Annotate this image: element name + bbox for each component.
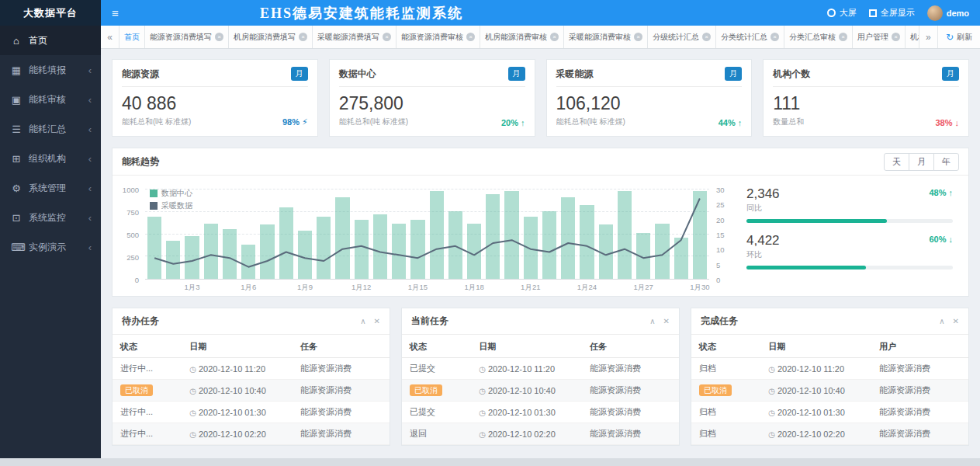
x-axis-tick-label: 1月21 xyxy=(521,283,540,293)
tab-close-icon[interactable]: × xyxy=(383,33,391,41)
tab-10[interactable]: 分类汇总审核× xyxy=(784,26,853,48)
trend-stat-value-block: 2,346同比 xyxy=(746,186,780,214)
table-row[interactable]: 进行中...◷2020-12-10 11:20能源资源消费 xyxy=(113,358,390,380)
tab-close-icon[interactable]: × xyxy=(466,33,475,41)
table-row[interactable]: 已取消◷2020-12-10 10:40能源资源消费 xyxy=(691,380,968,402)
stat-card-value: 40 886 xyxy=(122,93,191,114)
table-row[interactable]: 归档◷2020-12-10 02:20能源资源消费 xyxy=(691,423,968,445)
sidebar-item-demo-example[interactable]: ⌨实例演示‹ xyxy=(0,232,101,262)
user-menu[interactable]: demo xyxy=(927,5,969,21)
trend-stat-1: 2,346同比48% ↑ xyxy=(746,186,953,223)
sidebar-item-home[interactable]: ⌂首页 xyxy=(0,26,101,55)
month-badge[interactable]: 月 xyxy=(508,67,525,81)
refresh-button[interactable]: ↻ 刷新 xyxy=(937,26,980,48)
clock-icon: ◷ xyxy=(768,387,775,395)
stat-card-percent: 20% ↑ xyxy=(501,118,525,127)
org-icon: ⊞ xyxy=(11,153,22,165)
tab-close-icon[interactable]: × xyxy=(215,33,223,41)
table-row[interactable]: 归档◷2020-12-10 01:30能源资源消费 xyxy=(691,402,968,423)
table-row[interactable]: 进行中...◷2020-12-10 01:30能源资源消费 xyxy=(113,402,390,423)
range-button-month[interactable]: 月 xyxy=(909,153,934,171)
clock-icon: ◷ xyxy=(189,387,196,395)
table-row[interactable]: 已提交◷2020-12-10 11:20能源资源消费 xyxy=(402,358,679,380)
close-icon[interactable]: ✕ xyxy=(663,317,670,325)
sidebar-item-energy-fill[interactable]: ▦能耗填报‹ xyxy=(0,55,101,85)
tab-11[interactable]: 用户管理× xyxy=(853,26,906,48)
table-row[interactable]: 归档◷2020-12-10 11:20能源资源消费 xyxy=(691,358,968,380)
tab-close-icon[interactable]: × xyxy=(770,33,779,41)
up-arrow-icon: ↑ xyxy=(949,188,954,197)
stat-card-title: 采暖能源 xyxy=(556,68,594,81)
legend-item[interactable]: 数据中心 xyxy=(150,188,192,199)
x-axis-tick-label: 1月30 xyxy=(690,283,709,293)
fullscreen-label: 全屏显示 xyxy=(881,7,915,19)
progress-bar xyxy=(746,219,953,223)
tab-close-icon[interactable]: × xyxy=(550,33,559,41)
table-row[interactable]: 已取消◷2020-12-10 10:40能源资源消费 xyxy=(402,380,679,402)
tab-12[interactable]: 机构管理× xyxy=(906,26,919,48)
month-badge[interactable]: 月 xyxy=(942,67,959,81)
task-text: 能源资源消费 xyxy=(590,407,641,416)
tab-8[interactable]: 分级统计汇总× xyxy=(648,26,716,48)
sidebar-item-system-management[interactable]: ⚙系统管理‹ xyxy=(0,173,101,203)
tab-1[interactable]: 首页 xyxy=(119,26,145,48)
big-screen-button[interactable]: 大屏 xyxy=(827,7,857,19)
collapse-icon[interactable]: ∧ xyxy=(939,317,944,325)
range-button-day[interactable]: 天 xyxy=(884,153,909,171)
tabs-scroll-right-button[interactable]: » xyxy=(919,26,937,48)
status-badge: 已取消 xyxy=(699,384,732,396)
clock-icon: ◷ xyxy=(189,430,196,439)
big-screen-label: 大屏 xyxy=(840,7,857,19)
tab-close-icon[interactable]: × xyxy=(839,33,847,41)
table-row[interactable]: 进行中...◷2020-12-10 02:20能源资源消费 xyxy=(113,423,390,445)
sidebar-item-organization[interactable]: ⊞组织机构‹ xyxy=(0,144,101,173)
tab-9[interactable]: 分类统计汇总× xyxy=(716,26,784,48)
stat-card-percent: 98% ⚡ xyxy=(282,117,308,127)
collapse-icon[interactable]: ∧ xyxy=(649,317,655,325)
tab-close-icon[interactable]: × xyxy=(634,33,642,41)
tab-close-icon[interactable]: × xyxy=(892,33,900,41)
status-text: 已提交 xyxy=(410,363,435,373)
tab-4[interactable]: 采暖能源消费填写× xyxy=(313,26,397,48)
top-bar: 大数据平台 ≡ EHS德易安建筑能耗监测系统 大屏 全屏显示 demo xyxy=(0,0,980,26)
task-cell: 能源资源消费 xyxy=(582,380,679,402)
month-badge[interactable]: 月 xyxy=(291,67,308,81)
stat-card-org-count: 机构个数月111数量总和38% ↓ xyxy=(763,59,969,137)
tab-5[interactable]: 能源资源消费审核× xyxy=(397,26,480,48)
menu-toggle-icon[interactable]: ≡ xyxy=(101,6,130,19)
status-cell: 已取消 xyxy=(113,380,182,402)
plot-area xyxy=(145,190,709,280)
status-text: 归档 xyxy=(699,407,716,416)
tabs-scroll-left-button[interactable]: « xyxy=(101,26,119,48)
legend-item[interactable]: 采暖数据 xyxy=(150,200,192,211)
tab-close-icon[interactable]: × xyxy=(299,33,307,41)
sidebar-item-label: 系统监控 xyxy=(29,211,81,224)
table-row[interactable]: 退回◷2020-12-10 02:20能源资源消费 xyxy=(402,423,679,445)
range-button-year[interactable]: 年 xyxy=(933,153,959,171)
tab-label: 机构管理 xyxy=(910,32,919,43)
collapse-icon[interactable]: ∧ xyxy=(360,317,365,325)
close-icon[interactable]: ✕ xyxy=(953,317,959,325)
audit-icon: ▣ xyxy=(11,94,22,106)
legend-label: 数据中心 xyxy=(161,188,192,199)
table-row[interactable]: 已取消◷2020-12-10 10:40能源资源消费 xyxy=(113,380,390,402)
tab-3[interactable]: 机房能源消费填写× xyxy=(229,26,313,48)
task-cell: 能源资源消费 xyxy=(293,380,390,402)
tab-7[interactable]: 采暖能源消费审核× xyxy=(564,26,648,48)
fullscreen-button[interactable]: 全屏显示 xyxy=(869,7,915,19)
tab-2[interactable]: 能源资源消费填写× xyxy=(145,26,229,48)
close-icon[interactable]: ✕ xyxy=(374,317,380,325)
table-row[interactable]: 已提交◷2020-12-10 01:30能源资源消费 xyxy=(402,402,679,423)
sidebar-item-energy-audit[interactable]: ▣能耗审核‹ xyxy=(0,85,101,114)
sidebar-item-energy-summary[interactable]: ☰能耗汇总‹ xyxy=(0,114,101,144)
task-cell: 能源资源消费 xyxy=(582,358,679,380)
sidebar-item-system-monitor[interactable]: ⊡系统监控‹ xyxy=(0,203,101,232)
stat-card-heating-energy: 采暖能源月106,120能耗总和(吨 标准煤)44% ↑ xyxy=(546,59,753,137)
status-cell: 归档 xyxy=(691,423,760,445)
month-badge[interactable]: 月 xyxy=(725,67,742,81)
column-header: 日期 xyxy=(182,335,293,358)
tab-label: 分类统计汇总 xyxy=(721,32,767,43)
tab-6[interactable]: 机房能源消费审核× xyxy=(480,26,564,48)
tab-close-icon[interactable]: × xyxy=(702,33,711,41)
stat-card-body: 275,800能耗总和(吨 标准煤)20% ↑ xyxy=(339,93,525,127)
